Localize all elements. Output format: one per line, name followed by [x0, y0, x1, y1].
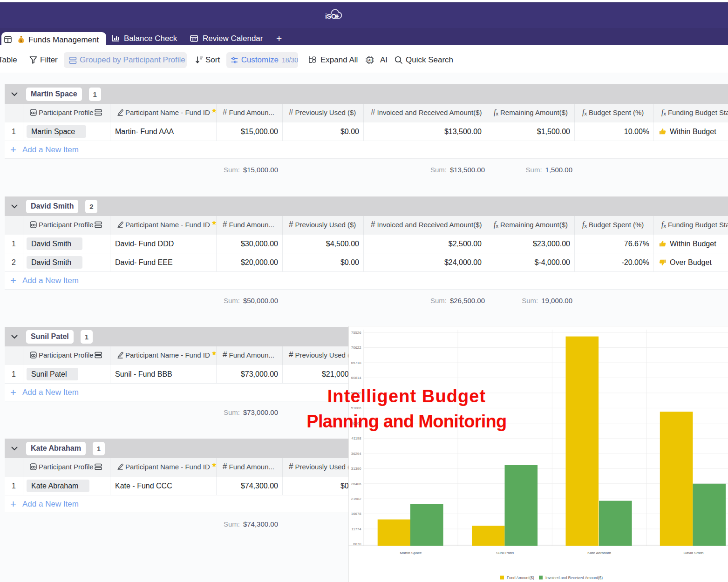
svg-text:AI: AI — [368, 59, 372, 62]
svg-text:60814: 60814 — [351, 376, 361, 380]
svg-text:16678: 16678 — [351, 512, 361, 516]
svg-text:David Smith: David Smith — [683, 551, 703, 555]
svg-text:Kate Abraham: Kate Abraham — [587, 551, 611, 555]
svg-text:Fund Amount($): Fund Amount($) — [507, 576, 534, 580]
svg-text:70622: 70622 — [351, 345, 361, 350]
svg-text:Martin Space: Martin Space — [400, 551, 422, 555]
svg-text:$: $ — [20, 39, 22, 43]
svg-text:31390: 31390 — [351, 467, 361, 471]
svg-text:11774: 11774 — [351, 527, 361, 531]
svg-text:21582: 21582 — [351, 497, 361, 501]
svg-text:65718: 65718 — [351, 361, 361, 365]
svg-text:iSO: iSO — [325, 13, 336, 20]
svg-text:36294: 36294 — [351, 452, 361, 456]
svg-text:75526: 75526 — [351, 331, 361, 335]
svg-text:41198: 41198 — [351, 436, 361, 440]
svg-text:Sunil Patel: Sunil Patel — [496, 551, 514, 555]
svg-text:26486: 26486 — [351, 482, 361, 486]
svg-text:Invoiced and Received Amount($: Invoiced and Received Amount($) — [545, 576, 603, 580]
